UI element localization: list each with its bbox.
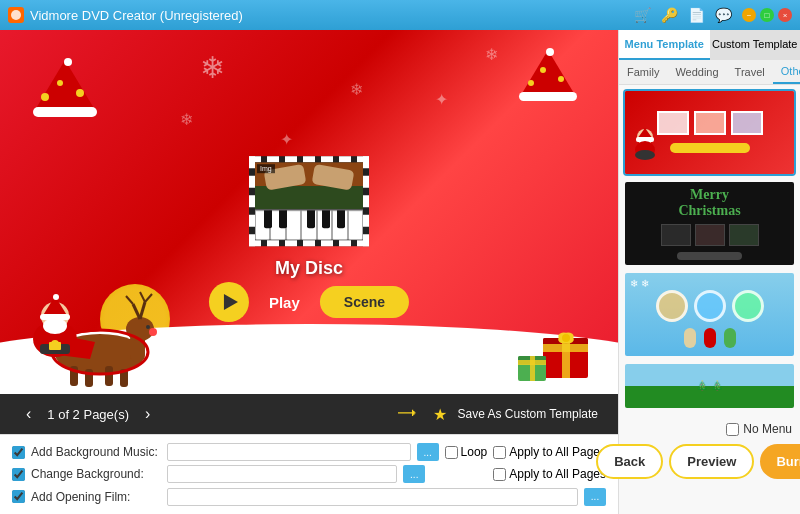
svg-point-3 <box>64 58 72 66</box>
svg-marker-7 <box>521 50 575 95</box>
action-buttons: Back Preview Burn <box>627 444 792 479</box>
yellow-arrow-icon: ⭢ <box>397 403 417 426</box>
svg-point-26 <box>149 328 157 336</box>
svg-point-11 <box>540 67 546 73</box>
right-panel-bottom: No Menu Back Preview Burn <box>619 414 800 514</box>
tab-menu-template[interactable]: Menu Template <box>619 30 710 60</box>
disc-title: My Disc <box>275 258 343 279</box>
apply-all-label-1: Apply to All Pages <box>509 445 606 459</box>
prev-page-button[interactable]: ‹ <box>20 403 37 425</box>
dvd-preview: ❄ ❄ ❄ ❄ ✦ ✦ <box>0 30 618 394</box>
opening-film-input[interactable] <box>167 488 578 506</box>
svg-rect-16 <box>105 366 113 386</box>
svg-point-0 <box>11 10 21 20</box>
bg-music-browse-button[interactable]: ... <box>417 443 439 461</box>
loop-checkbox[interactable] <box>445 446 458 459</box>
opening-film-label: Add Opening Film: <box>31 490 161 504</box>
next-page-button[interactable]: › <box>139 403 156 425</box>
bg-music-input[interactable] <box>167 443 411 461</box>
change-bg-row: Change Background: ... Apply to All Page… <box>12 465 606 483</box>
change-bg-checkbox[interactable] <box>12 468 25 481</box>
svg-point-4 <box>41 93 49 101</box>
opening-film-checkbox[interactable] <box>12 490 25 503</box>
svg-point-52 <box>635 150 655 160</box>
change-bg-label: Change Background: <box>31 467 161 481</box>
snowflake-deco: ❄ <box>485 45 498 64</box>
play-label: Play <box>269 294 300 311</box>
tab-custom-template[interactable]: Custom Template <box>710 30 801 60</box>
svg-point-36 <box>43 318 67 334</box>
svg-line-24 <box>126 296 133 304</box>
maximize-button[interactable]: □ <box>760 8 774 22</box>
burn-button[interactable]: Burn <box>760 444 800 479</box>
video-label: Img <box>257 164 275 173</box>
apply-all-check-1: Apply to All Pages <box>493 445 606 459</box>
preview-area: ❄ ❄ ❄ ❄ ✦ ✦ <box>0 30 618 514</box>
template-item-3[interactable]: ❄ ❄ <box>623 271 796 358</box>
save-custom-template-button[interactable]: Save As Custom Template <box>457 407 598 421</box>
cat-tab-family[interactable]: Family <box>619 60 667 84</box>
page-info: 1 of 2 Page(s) <box>47 407 129 422</box>
svg-rect-40 <box>543 344 588 352</box>
scene-button[interactable]: Scene <box>320 286 409 318</box>
document-icon[interactable]: 📄 <box>688 7 705 23</box>
back-button[interactable]: Back <box>596 444 663 479</box>
help-icon[interactable]: 💬 <box>715 7 732 23</box>
change-bg-browse-button[interactable]: ... <box>403 465 425 483</box>
bg-music-row: Add Background Music: ... Loop Apply to … <box>12 443 606 461</box>
template-item-2[interactable]: MerryChristmas <box>623 180 796 267</box>
right-panel: Menu Template Custom Template Family Wed… <box>618 30 800 514</box>
no-menu-row: No Menu <box>627 422 792 436</box>
svg-point-10 <box>528 80 534 86</box>
no-menu-label: No Menu <box>743 422 792 436</box>
santa-hat-right <box>513 45 583 103</box>
cart-icon[interactable]: 🛒 <box>634 7 651 23</box>
svg-line-22 <box>140 292 145 302</box>
cat-tab-others[interactable]: Others <box>773 60 800 84</box>
change-bg-input[interactable] <box>167 465 397 483</box>
cat-tab-wedding[interactable]: Wedding <box>667 60 726 84</box>
santa-hat-left <box>25 55 105 120</box>
window-controls: − □ × <box>742 8 792 22</box>
toolbar-icons: 🛒 🔑 📄 💬 <box>634 7 732 23</box>
svg-rect-46 <box>530 356 535 381</box>
bg-music-checkbox[interactable] <box>12 446 25 459</box>
svg-point-9 <box>546 48 554 56</box>
template-list: MerryChristmas ❄ ❄ <box>619 85 800 414</box>
key-icon[interactable]: 🔑 <box>661 7 678 23</box>
svg-point-12 <box>558 76 564 82</box>
svg-point-6 <box>76 89 84 97</box>
snowflake-deco: ✦ <box>280 130 293 149</box>
svg-rect-8 <box>519 92 577 101</box>
star-icon: ★ <box>433 405 447 424</box>
template-tabs: Menu Template Custom Template <box>619 30 800 60</box>
app-logo <box>8 7 24 23</box>
titlebar: Vidmore DVD Creator (Unregistered) 🛒 🔑 📄… <box>0 0 800 30</box>
svg-point-19 <box>126 317 154 341</box>
apply-all-check-2: Apply to All Pages <box>493 467 606 481</box>
svg-rect-35 <box>49 342 61 350</box>
svg-line-20 <box>140 302 145 319</box>
template-item-4[interactable]: 🎄 🎄 <box>623 362 796 410</box>
main-content: ❄ ❄ ❄ ❄ ✦ ✦ <box>0 30 800 514</box>
opening-film-row: Add Opening Film: ... <box>12 488 606 506</box>
close-button[interactable]: × <box>778 8 792 22</box>
svg-point-5 <box>57 80 63 86</box>
apply-all-checkbox-1[interactable] <box>493 446 506 459</box>
santa-illustration <box>0 224 220 394</box>
svg-point-34 <box>53 294 59 300</box>
video-thumbnail[interactable]: Img <box>249 156 369 246</box>
preview-button[interactable]: Preview <box>669 444 754 479</box>
page-navigation: ‹ 1 of 2 Page(s) › ⭢ ★ Save As Custom Te… <box>0 394 618 434</box>
template-item-1[interactable] <box>623 89 796 176</box>
no-menu-checkbox[interactable] <box>726 423 739 436</box>
minimize-button[interactable]: − <box>742 8 756 22</box>
cat-tab-travel[interactable]: Travel <box>727 60 773 84</box>
bottom-controls: Add Background Music: ... Loop Apply to … <box>0 434 618 514</box>
loop-label: Loop <box>461 445 488 459</box>
svg-line-23 <box>133 304 140 319</box>
opening-film-browse-button[interactable]: ... <box>584 488 606 506</box>
gift-decoration <box>513 308 603 392</box>
snowflake-deco: ❄ <box>350 80 363 99</box>
apply-all-checkbox-2[interactable] <box>493 468 506 481</box>
